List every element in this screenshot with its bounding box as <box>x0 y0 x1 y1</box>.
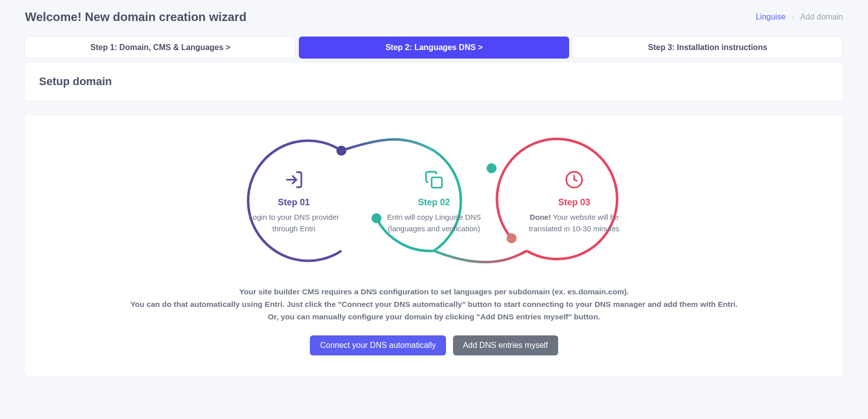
diagram-step-3-desc-bold: Done! <box>530 213 551 221</box>
login-icon <box>284 167 304 192</box>
page-title: Welcome! New domain creation wizard <box>25 10 246 24</box>
diagram-step-2-desc: Entri will copy Linguise DNS (languages … <box>384 212 484 234</box>
svg-point-0 <box>336 146 346 156</box>
instructions-line-1: Your site builder CMS requires a DNS con… <box>121 286 747 298</box>
diagram-step-1: Step 01 Login to your DNS provider throu… <box>234 167 354 234</box>
breadcrumb: Linguise › Add domain <box>756 13 843 22</box>
connect-dns-button[interactable]: Connect your DNS automatically <box>310 335 446 355</box>
setup-heading: Setup domain <box>39 75 829 88</box>
diagram-step-3-desc: Done! Your website will be translated in… <box>524 212 624 234</box>
dns-setup-card: Step 01 Login to your DNS provider throu… <box>25 116 843 375</box>
setup-domain-panel: Setup domain <box>25 63 843 101</box>
step-tab-1[interactable]: Step 1: Domain, CMS & Languages > <box>25 37 296 59</box>
wizard-steps: Step 1: Domain, CMS & Languages > Step 2… <box>25 37 843 59</box>
instructions-text: Your site builder CMS requires a DNS con… <box>121 286 747 323</box>
breadcrumb-current: Add domain <box>800 13 843 22</box>
clock-icon <box>565 167 584 192</box>
action-buttons: Connect your DNS automatically Add DNS e… <box>40 335 828 355</box>
diagram-step-3: Step 03 Done! Your website will be trans… <box>514 167 634 234</box>
diagram-step-1-desc: Login to your DNS provider through Entri <box>244 212 344 234</box>
copy-icon <box>424 167 444 192</box>
diagram-step-3-label: Step 03 <box>558 197 590 208</box>
chevron-right-icon: › <box>791 13 794 22</box>
instructions-line-3: Or, you can manually configure your doma… <box>121 311 747 323</box>
instructions-line-2: You can do that automatically using Entr… <box>121 298 747 311</box>
steps-diagram: Step 01 Login to your DNS provider throu… <box>40 131 828 271</box>
page-header: Welcome! New domain creation wizard Ling… <box>25 10 843 24</box>
diagram-step-2-label: Step 02 <box>418 197 450 208</box>
svg-point-3 <box>507 233 517 243</box>
step-tab-2[interactable]: Step 2: Languages DNS > <box>299 37 570 59</box>
diagram-step-1-label: Step 01 <box>278 197 310 208</box>
step-tab-3[interactable]: Step 3: Installation instructions <box>572 37 843 59</box>
svg-rect-5 <box>431 177 442 188</box>
breadcrumb-link-linguise[interactable]: Linguise <box>756 13 786 22</box>
diagram-step-2: Step 02 Entri will copy Linguise DNS (la… <box>374 167 494 234</box>
add-dns-manual-button[interactable]: Add DNS entries myself <box>453 335 558 355</box>
